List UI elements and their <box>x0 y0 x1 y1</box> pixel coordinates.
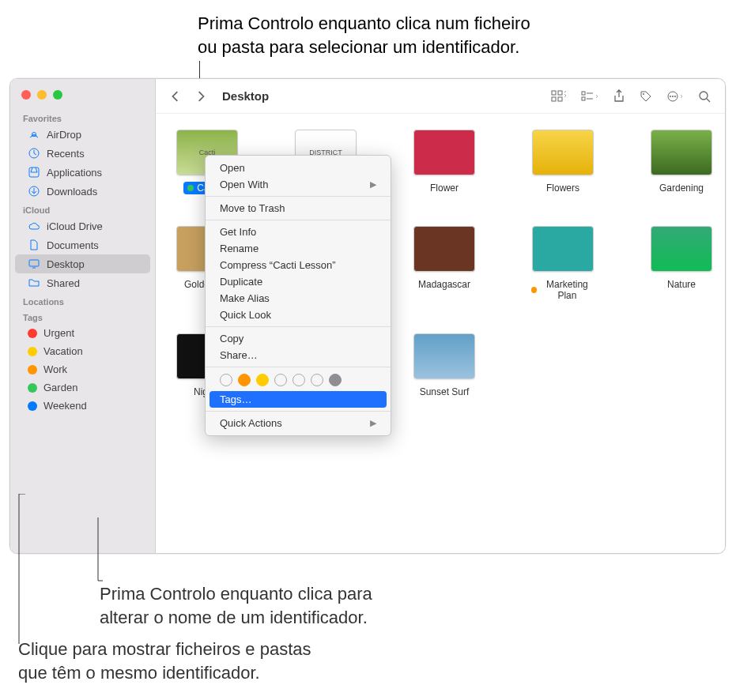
svg-rect-5 <box>552 91 556 95</box>
desktop-icon <box>28 258 40 270</box>
file-item-madagascar[interactable]: Madagascar <box>409 226 480 302</box>
sidebar-tag-weekend[interactable]: Weekend <box>15 397 150 415</box>
menu-item-tags[interactable]: Tags… <box>209 391 387 408</box>
tag-dot-icon <box>28 365 37 374</box>
file-thumbnail <box>651 130 712 175</box>
menu-label: Duplicate <box>220 276 262 288</box>
svg-rect-4 <box>29 260 39 266</box>
file-item-marketing[interactable]: Marketing Plan <box>527 226 598 302</box>
svg-rect-7 <box>552 97 556 101</box>
file-item-nature[interactable]: Nature <box>646 226 717 302</box>
menu-item-get-info[interactable]: Get Info <box>206 224 391 240</box>
sidebar-tag-vacation[interactable]: Vacation <box>15 342 150 360</box>
sidebar-item-airdrop[interactable]: AirDrop <box>15 125 150 144</box>
file-item-flowers[interactable]: Flowers <box>527 130 598 194</box>
window-controls <box>10 87 155 109</box>
file-item-gardening[interactable]: Gardening <box>646 130 717 194</box>
menu-item-open-with[interactable]: Open With▶ <box>206 176 391 193</box>
sidebar-item-shared[interactable]: Shared <box>15 273 150 292</box>
menu-item-open[interactable]: Open <box>206 160 391 176</box>
sidebar-item-recents[interactable]: Recents <box>15 144 150 163</box>
sidebar-tag-urgent[interactable]: Urgent <box>15 324 150 342</box>
forward-button[interactable] <box>192 89 209 103</box>
svg-point-16 <box>700 92 708 100</box>
tag-circle-empty[interactable] <box>274 374 287 386</box>
file-thumbnail <box>413 130 475 175</box>
svg-point-13 <box>670 96 671 97</box>
tag-dot-icon <box>187 185 194 191</box>
back-button[interactable] <box>167 89 184 103</box>
cloud-icon <box>28 220 40 232</box>
tag-circle-empty[interactable] <box>293 374 305 386</box>
svg-rect-9 <box>582 92 585 95</box>
menu-item-share[interactable]: Share… <box>206 347 391 363</box>
callout-text: Prima Controlo enquanto clica para <box>100 582 372 606</box>
tag-circle-none[interactable] <box>220 374 232 386</box>
sidebar-item-desktop[interactable]: Desktop <box>15 254 150 273</box>
more-button[interactable] <box>663 88 687 104</box>
file-label: Flowers <box>542 182 583 194</box>
menu-item-move-to-trash[interactable]: Move to Trash <box>206 200 391 216</box>
menu-label: Quick Look <box>220 309 271 321</box>
share-button[interactable] <box>610 88 628 105</box>
group-button[interactable] <box>578 88 602 104</box>
close-window-button[interactable] <box>21 90 31 100</box>
nav-buttons <box>167 89 209 103</box>
clock-icon <box>28 147 40 160</box>
file-label: Gardening <box>655 182 708 194</box>
sidebar-section-tags: Tags <box>10 311 155 324</box>
tag-circle-gray[interactable] <box>329 374 342 386</box>
sidebar-item-label: Urgent <box>43 327 74 339</box>
tag-circle-orange[interactable] <box>238 374 251 386</box>
menu-item-compress[interactable]: Compress “Cacti Lesson” <box>206 257 391 273</box>
callout-text: que têm o mesmo identificador. <box>18 661 311 685</box>
menu-label: Get Info <box>220 226 256 238</box>
sidebar-section-icloud: iCloud <box>10 204 155 216</box>
sidebar-tag-work[interactable]: Work <box>15 360 150 378</box>
sidebar-item-label: Desktop <box>47 258 85 270</box>
menu-item-copy[interactable]: Copy <box>206 330 391 347</box>
tag-dot-icon <box>28 401 37 411</box>
search-button[interactable] <box>695 88 714 104</box>
sidebar-item-label: Garden <box>43 382 77 393</box>
callout-text: ou pasta para selecionar um identificado… <box>198 36 530 59</box>
sidebar-item-icloud-drive[interactable]: iCloud Drive <box>15 216 150 235</box>
sidebar: Favorites AirDrop Recents Applications D… <box>10 79 156 553</box>
sidebar-tag-garden[interactable]: Garden <box>15 378 150 397</box>
menu-label: Make Alias <box>220 292 270 304</box>
menu-separator <box>206 196 391 197</box>
file-item-sunset[interactable]: Sunset Surf <box>409 333 480 398</box>
sidebar-item-applications[interactable]: Applications <box>15 163 150 182</box>
menu-item-quick-actions[interactable]: Quick Actions▶ <box>206 415 391 431</box>
callout-rename-tag: Prima Controlo enquanto clica para alter… <box>100 582 372 629</box>
main-area: Desktop Cacti Cacti L DISTRICT <box>156 79 725 553</box>
menu-separator <box>206 220 391 220</box>
file-item-flower[interactable]: Flower <box>409 130 480 194</box>
menu-label: Quick Actions <box>220 417 282 429</box>
sidebar-item-documents[interactable]: Documents <box>15 235 150 254</box>
callout-text: Clique para mostrar ficheiros e pastas <box>18 638 311 661</box>
file-name: Marketing Plan <box>540 279 594 301</box>
menu-item-make-alias[interactable]: Make Alias <box>206 290 391 307</box>
sidebar-item-label: Applications <box>47 167 102 179</box>
menu-item-duplicate[interactable]: Duplicate <box>206 273 391 290</box>
menu-label: Compress “Cacti Lesson” <box>220 259 336 271</box>
tag-circle-empty[interactable] <box>311 374 323 386</box>
chevron-right-icon: ▶ <box>370 418 376 428</box>
tags-button[interactable] <box>636 88 655 104</box>
menu-item-rename[interactable]: Rename <box>206 240 391 257</box>
file-thumbnail <box>413 226 475 272</box>
menu-item-quick-look[interactable]: Quick Look <box>206 307 391 323</box>
downloads-icon <box>28 185 40 198</box>
view-mode-button[interactable] <box>548 88 570 104</box>
sidebar-item-downloads[interactable]: Downloads <box>15 182 150 201</box>
file-label: Nature <box>663 278 700 291</box>
callout-leader-line <box>11 494 27 652</box>
file-label: Madagascar <box>414 278 474 291</box>
applications-icon <box>28 166 40 179</box>
menu-label: Tags… <box>220 393 251 405</box>
sidebar-item-label: Shared <box>47 277 80 289</box>
minimize-window-button[interactable] <box>37 90 47 100</box>
tag-circle-yellow[interactable] <box>256 374 269 386</box>
zoom-window-button[interactable] <box>53 90 62 100</box>
